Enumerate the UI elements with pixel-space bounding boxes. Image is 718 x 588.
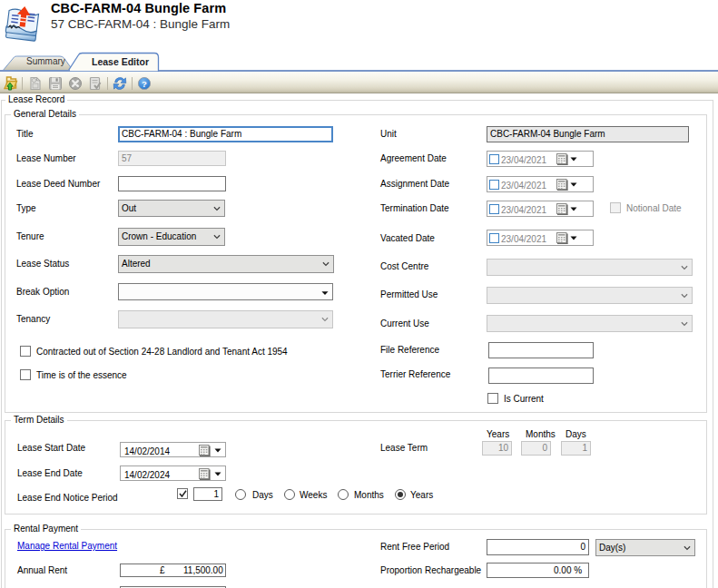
- svg-text:?: ?: [142, 79, 147, 89]
